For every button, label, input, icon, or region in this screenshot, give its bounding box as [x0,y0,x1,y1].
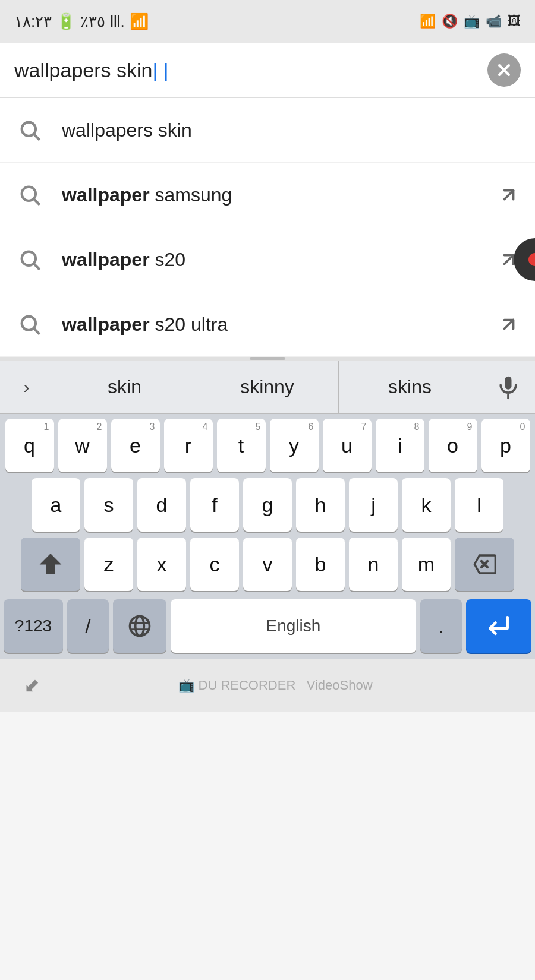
search-bar: wallpapers skin| [0,43,535,98]
svg-line-6 [34,264,40,270]
keyboard-row-1: 1q 2w 3e 4r 5t 6y 7u 8i 9o 0p [4,419,531,472]
symbols-key[interactable]: ?123 [4,599,63,653]
key-v[interactable]: v [243,538,292,591]
key-w[interactable]: 2w [58,419,107,472]
space-key[interactable]: English [171,599,416,653]
search-input-value: wallpapers skin [14,59,152,81]
clear-button[interactable] [487,53,521,87]
svg-point-16 [136,617,144,636]
keyboard-bottom-row: ?123 / English . [0,599,535,659]
svg-point-5 [22,252,36,265]
svg-point-2 [22,187,36,201]
suggestion-item-2[interactable]: wallpaper samsung [0,163,535,227]
search-icon-1 [14,115,45,146]
arrow-icon-2 [497,183,521,207]
suggestion-text-4: wallpaper s20 ultra [62,314,497,336]
svg-line-3 [34,200,40,205]
svg-point-15 [130,617,150,636]
suggestion-item-1[interactable]: wallpapers skin [0,98,535,163]
status-mute-icon: 🔇 [442,14,458,29]
enter-key[interactable] [466,599,531,653]
bottom-bar: ⬋ 📺 DU RECORDER VideoShow [0,659,535,712]
slash-key[interactable]: / [67,599,109,653]
key-o[interactable]: 9o [429,419,477,472]
suggestion-text-2: wallpaper samsung [62,184,497,206]
key-k[interactable]: k [402,478,451,532]
status-wifi-icon: 📶 [420,14,436,29]
suggestions-list: wallpapers skin wallpaper samsung wallpa… [0,98,535,357]
status-icons-right: 📶 🔇 📺 📹 🖼 [420,14,521,29]
svg-point-0 [22,122,36,136]
search-icon-3 [14,244,45,275]
watermark: 📺 DU RECORDER VideoShow [40,678,511,693]
status-time: ١٨:٢٣ [14,12,52,31]
backspace-key[interactable] [455,538,514,591]
svg-point-8 [22,317,36,330]
key-m[interactable]: m [402,538,451,591]
word-suggestion-2[interactable]: skinny [196,361,339,414]
status-cast-icon: 📺 [464,14,480,29]
period-label: . [438,615,443,638]
symbols-label: ?123 [15,617,52,636]
svg-line-4 [505,191,514,200]
status-signal: lll. [110,12,125,31]
status-battery-icon: 🔋 [56,12,75,31]
globe-key[interactable] [113,599,166,653]
microphone-button[interactable] [482,361,535,414]
key-y[interactable]: 6y [270,419,319,472]
suggestion-item-3[interactable]: wallpaper s20 [0,227,535,292]
key-x[interactable]: x [137,538,186,591]
suggestion-text-1: wallpapers skin [62,119,521,141]
space-label: English [266,617,321,636]
period-key[interactable]: . [420,599,462,653]
keyboard-row-2: a s d f g h j k l [4,478,531,532]
key-h[interactable]: h [296,478,345,532]
status-time-battery: ١٨:٢٣ 🔋 ٪٣٥ lll. 📶 [14,12,149,31]
key-z[interactable]: z [84,538,133,591]
svg-line-9 [34,329,40,334]
word-suggestion-3[interactable]: skins [339,361,482,414]
svg-rect-11 [505,376,512,389]
shift-key[interactable] [21,538,80,591]
key-l[interactable]: l [455,478,503,532]
key-j[interactable]: j [349,478,398,532]
keyboard-row-3: z x c v b n m [4,538,531,591]
expand-arrow[interactable]: › [0,361,54,414]
key-f[interactable]: f [190,478,239,532]
svg-line-7 [505,255,514,264]
word-suggestions-row: › skin skinny skins [0,361,535,414]
key-p[interactable]: 0p [482,419,530,472]
key-s[interactable]: s [84,478,133,532]
svg-line-10 [505,320,514,329]
record-dot [528,253,535,266]
key-d[interactable]: d [137,478,186,532]
key-a[interactable]: a [32,478,80,532]
search-icon-2 [14,179,45,210]
status-image-icon: 🖼 [508,14,521,29]
keyboard-area: › skin skinny skins 1q 2w 3e 4r 5t 6y 7u… [0,361,535,659]
suggestion-item-4[interactable]: wallpaper s20 ultra [0,292,535,357]
status-battery: ٪٣٥ [80,12,105,31]
search-icon-4 [14,309,45,340]
keyboard-rows: 1q 2w 3e 4r 5t 6y 7u 8i 9o 0p a s d f g … [0,414,535,599]
bottom-left-icon: ⬋ [24,674,40,697]
status-bar: ١٨:٢٣ 🔋 ٪٣٥ lll. 📶 📶 🔇 📺 📹 🖼 [0,0,535,43]
record-float-button[interactable] [514,238,535,281]
key-r[interactable]: 4r [164,419,213,472]
suggestion-text-3: wallpaper s20 [62,249,497,271]
key-n[interactable]: n [349,538,398,591]
word-suggestion-1[interactable]: skin [54,361,196,414]
key-i[interactable]: 8i [376,419,424,472]
search-input[interactable]: wallpapers skin| [14,59,487,82]
key-u[interactable]: 7u [323,419,372,472]
key-e[interactable]: 3e [111,419,160,472]
key-g[interactable]: g [243,478,292,532]
slash-label: / [85,615,90,638]
key-t[interactable]: 5t [217,419,266,472]
status-camera-icon: 📹 [486,14,502,29]
svg-line-1 [34,135,40,140]
key-q[interactable]: 1q [5,419,54,472]
key-b[interactable]: b [296,538,345,591]
key-c[interactable]: c [190,538,239,591]
arrow-icon-4 [497,312,521,336]
